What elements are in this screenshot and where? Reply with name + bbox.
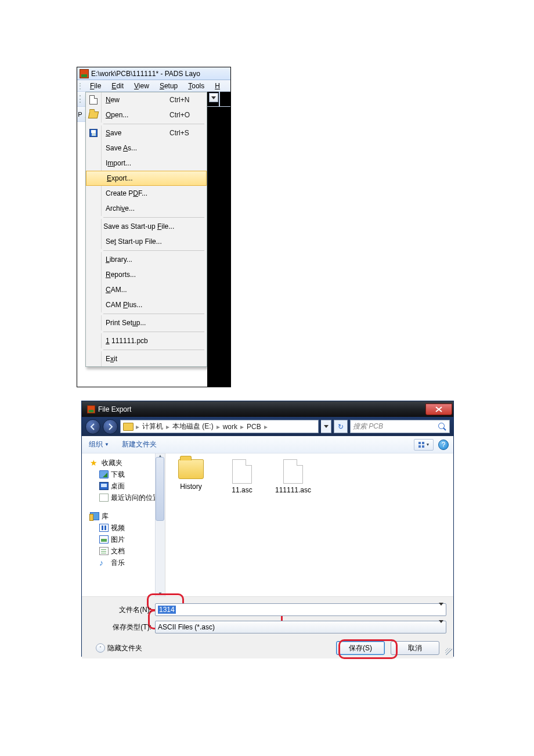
caret-down-icon xyxy=(439,623,443,631)
crumb-drive[interactable]: 本地磁盘 (E:) xyxy=(171,422,215,431)
grip-icon: ⋮ xyxy=(77,82,83,90)
desktop-icon xyxy=(99,482,109,490)
refresh-button[interactable]: ↻ xyxy=(334,420,348,433)
tree-recent[interactable]: 最近访问的位置 xyxy=(88,492,165,503)
help-button[interactable]: ? xyxy=(438,440,449,450)
nav-back-button[interactable] xyxy=(85,419,100,434)
menu-item-open[interactable]: Open... Ctrl+O xyxy=(86,107,207,123)
tree-videos[interactable]: 视频 xyxy=(88,522,165,534)
scroll-thumb[interactable] xyxy=(156,457,164,521)
menu-item-recent-1[interactable]: 1 111111.pcb xyxy=(86,333,207,348)
document-icon xyxy=(99,547,109,555)
window-title: E:\work\PCB\111111* - PADS Layo xyxy=(91,70,200,78)
download-folder-icon xyxy=(99,470,109,478)
crumb-computer[interactable]: 计算机 xyxy=(140,422,165,431)
dialog-close-button[interactable] xyxy=(425,404,452,415)
caret-down-icon xyxy=(439,606,443,614)
filename-input[interactable]: 1314 xyxy=(155,603,446,616)
search-placeholder: 搜索 PCB xyxy=(353,422,383,431)
svg-rect-1 xyxy=(422,442,424,444)
file-icon xyxy=(232,459,252,484)
search-icon xyxy=(438,422,447,431)
menu-item-save[interactable]: Save Ctrl+S xyxy=(86,125,207,141)
picture-icon xyxy=(99,535,109,543)
menu-file[interactable]: File xyxy=(86,81,104,91)
new-file-icon xyxy=(89,95,98,105)
toolbar: 组织 ▼ 新建文件夹 ▼ ? xyxy=(82,436,453,453)
save-icon xyxy=(89,129,98,137)
view-mode-button[interactable]: ▼ xyxy=(414,439,434,451)
svg-rect-2 xyxy=(418,445,421,448)
hide-folders-toggle[interactable]: ˄ 隐藏文件夹 xyxy=(96,643,142,653)
toolbar-dropdown[interactable] xyxy=(209,93,218,102)
menu-item-import[interactable]: Import... xyxy=(86,156,207,171)
caret-down-icon xyxy=(211,96,216,99)
item-history-folder[interactable]: History xyxy=(171,459,211,491)
crumb-work[interactable]: work xyxy=(221,423,239,431)
nav-tree: ★收藏夹 下载 桌面 最近访问的位置 库 视频 图片 文档 ♪音乐 ▲ ▼ xyxy=(82,453,165,596)
tree-favorites[interactable]: ★收藏夹 xyxy=(88,457,165,469)
organize-menu[interactable]: 组织 ▼ xyxy=(86,438,111,451)
menu-tools[interactable]: Tools xyxy=(185,81,208,91)
video-icon xyxy=(99,524,109,532)
scrollbar[interactable]: ▲ ▼ xyxy=(155,453,165,596)
tree-music[interactable]: ♪音乐 xyxy=(88,557,165,568)
side-letter: P xyxy=(77,111,83,118)
filename-label: 文件名(N): xyxy=(89,605,151,615)
save-button[interactable]: 保存(S) xyxy=(336,641,385,655)
menu-item-cam[interactable]: CAM... xyxy=(86,282,207,297)
filetype-select[interactable]: ASCII Files (*.asc) xyxy=(155,621,446,633)
search-input[interactable]: 搜索 PCB xyxy=(350,420,450,433)
menu-view[interactable]: View xyxy=(131,81,153,91)
library-icon xyxy=(90,512,99,520)
file-menu-dropdown: New Ctrl+N Open... Ctrl+O Save Ctrl+S Sa… xyxy=(85,92,207,367)
tree-pictures[interactable]: 图片 xyxy=(88,534,165,545)
menu-item-save-as[interactable]: Save As... xyxy=(86,141,207,156)
path-dropdown[interactable] xyxy=(321,420,331,433)
menu-item-print-setup[interactable]: Print Setup... xyxy=(86,315,207,330)
arrow-right-icon xyxy=(107,423,114,430)
tree-downloads[interactable]: 下载 xyxy=(88,469,165,480)
tree-documents[interactable]: 文档 xyxy=(88,545,165,557)
cancel-button[interactable]: 取消 xyxy=(391,641,439,655)
menu-setup[interactable]: Setup xyxy=(156,81,181,91)
nav-row: ▸ 计算机▸ 本地磁盘 (E:)▸ work▸ PCB▸ ↻ 搜索 PCB xyxy=(82,417,453,436)
tree-desktop[interactable]: 桌面 xyxy=(88,480,165,492)
arrow-left-icon xyxy=(89,423,96,430)
menu-item-new[interactable]: New Ctrl+N xyxy=(86,92,207,107)
grip-icon: ⋮ xyxy=(77,93,83,105)
menu-item-cam-plus[interactable]: CAM Plus... xyxy=(86,297,207,312)
crumb-pcb[interactable]: PCB xyxy=(245,423,263,431)
menu-item-save-startup[interactable]: Save as Start-up File... xyxy=(86,219,207,234)
file-icon xyxy=(283,459,303,484)
file-export-dialog: File Export ▸ 计算机▸ 本地磁盘 (E:)▸ work▸ PCB▸… xyxy=(81,401,454,657)
menu-item-exit[interactable]: Exit xyxy=(86,351,207,366)
menu-help[interactable]: H xyxy=(211,81,223,91)
app-icon xyxy=(80,69,89,78)
item-111111-asc[interactable]: 111111.asc xyxy=(273,459,313,494)
dialog-titlebar: File Export xyxy=(82,401,453,417)
file-list[interactable]: History 11.asc 111111.asc xyxy=(165,453,453,596)
titlebar: E:\work\PCB\111111* - PADS Layo xyxy=(77,67,230,80)
caret-down-icon xyxy=(324,425,329,428)
menu-item-set-startup[interactable]: Set Start-up File... xyxy=(86,234,207,249)
close-icon xyxy=(435,406,442,412)
divider xyxy=(219,92,220,106)
breadcrumb-path[interactable]: ▸ 计算机▸ 本地磁盘 (E:)▸ work▸ PCB▸ xyxy=(120,420,319,433)
folder-icon xyxy=(123,423,134,431)
star-icon: ★ xyxy=(90,459,99,467)
menu-item-export[interactable]: Export... xyxy=(86,171,207,186)
menu-item-library[interactable]: Library... xyxy=(86,252,207,267)
open-folder-icon xyxy=(88,111,99,118)
item-11-asc[interactable]: 11.asc xyxy=(222,459,262,494)
resize-grip-icon[interactable] xyxy=(445,648,452,655)
tree-libraries[interactable]: 库 xyxy=(88,510,165,522)
pads-main-window: E:\work\PCB\111111* - PADS Layo ⋮ File E… xyxy=(77,67,231,387)
folder-icon xyxy=(178,459,204,479)
menu-edit[interactable]: Edit xyxy=(108,81,127,91)
menu-item-archive[interactable]: Archive... xyxy=(86,201,207,216)
menu-item-create-pdf[interactable]: Create PDF... xyxy=(86,186,207,201)
new-folder-button[interactable]: 新建文件夹 xyxy=(120,438,159,451)
menu-item-reports[interactable]: Reports... xyxy=(86,267,207,282)
nav-forward-button[interactable] xyxy=(103,419,118,434)
